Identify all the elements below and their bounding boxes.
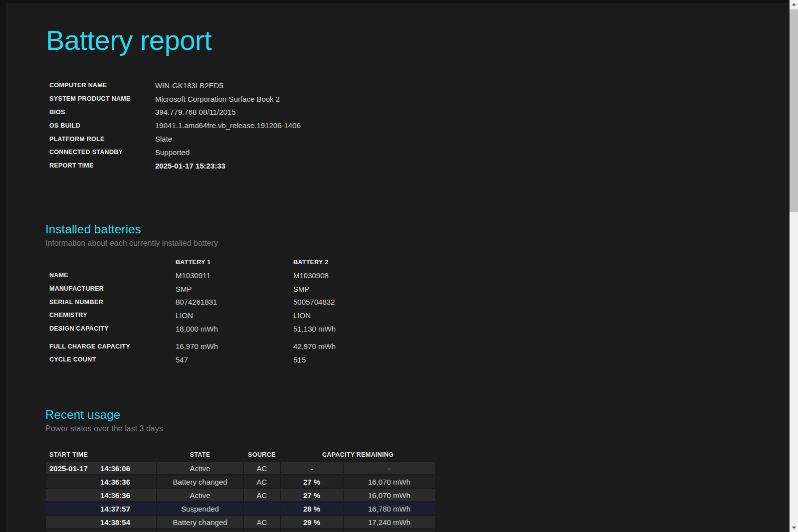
mwh-cell: 16,780 mWh bbox=[344, 503, 435, 515]
battery2-col-header: BATTERY 2 bbox=[293, 259, 411, 266]
installed-batteries-section-head: Installed batteries Information about ea… bbox=[45, 222, 218, 248]
percent-cell: 28 % bbox=[281, 503, 343, 515]
info-value: Slate bbox=[155, 135, 301, 143]
battery-row: SERIAL NUMBER 8074261831 5005704832 bbox=[46, 295, 411, 309]
page-edge-top bbox=[0, 0, 790, 3]
state-cell: Active bbox=[157, 489, 243, 501]
table-row-suspended: 14:37:57 Suspended 28 % 16,780 mWh bbox=[46, 503, 435, 515]
table-row: 14:38:54 Battery changed AC 29 % 17,240 … bbox=[46, 516, 435, 528]
percent-cell: 29 % bbox=[281, 516, 343, 528]
table-row-partial bbox=[46, 530, 435, 532]
info-label: OS BUILD bbox=[46, 122, 155, 129]
capacity-col-header: CAPACITY REMAINING bbox=[281, 451, 435, 458]
state-col-header: STATE bbox=[157, 451, 243, 458]
battery1-value: M1030911 bbox=[176, 271, 293, 280]
date-text: 2025-01-17 bbox=[49, 464, 88, 473]
info-row: OS BUILD 19041.1.amd64fre.vb_release.191… bbox=[46, 119, 301, 132]
battery-row-label: MANUFACTURER bbox=[46, 285, 176, 292]
battery-row: CYCLE COUNT 547 515 bbox=[46, 353, 411, 366]
battery-row: MANUFACTURER SMP SMP bbox=[46, 282, 411, 296]
info-row: CONNECTED STANDBY Supported bbox=[46, 146, 301, 159]
battery2-value: M1030908 bbox=[293, 271, 411, 280]
battery1-value: LION bbox=[176, 311, 293, 320]
battery2-value: 5005704832 bbox=[293, 298, 411, 306]
info-value: Supported bbox=[155, 148, 301, 157]
battery-row-label: CYCLE COUNT bbox=[46, 356, 176, 363]
battery1-value: 16,970 mWh bbox=[176, 342, 293, 351]
battery-table-spacer bbox=[46, 335, 411, 340]
info-row: SYSTEM PRODUCT NAME Microsoft Corporatio… bbox=[46, 92, 301, 106]
info-label: COMPUTER NAME bbox=[46, 82, 155, 89]
installed-batteries-heading: Installed batteries bbox=[45, 222, 218, 236]
battery-row: DESIGN CAPACITY 18,000 mWh 51,130 mWh bbox=[46, 322, 411, 336]
usage-table-header: START TIME STATE SOURCE CAPACITY REMAINI… bbox=[46, 450, 435, 459]
start-time-cell: 14:36:36 bbox=[46, 489, 156, 501]
chevron-down-icon bbox=[792, 527, 796, 529]
chevron-up-icon bbox=[792, 3, 796, 5]
start-time-col-header: START TIME bbox=[46, 451, 156, 458]
battery-row-label: NAME bbox=[46, 272, 176, 279]
info-value: Microsoft Corporation Surface Book 2 bbox=[155, 95, 301, 103]
time-text: 14:38:54 bbox=[100, 518, 130, 527]
info-row: BIOS 394.779.768 08/11/2015 bbox=[46, 106, 301, 119]
recent-usage-subtitle: Power states over the last 3 days bbox=[45, 424, 163, 433]
recent-usage-table: START TIME STATE SOURCE CAPACITY REMAINI… bbox=[46, 450, 435, 532]
time-text: 14:36:06 bbox=[100, 464, 130, 473]
battery-row: NAME M1030911 M1030908 bbox=[46, 269, 411, 282]
source-col-header: SOURCE bbox=[244, 451, 280, 458]
battery-row-label: CHEMISTRY bbox=[46, 312, 176, 319]
time-text: 14:37:57 bbox=[100, 505, 130, 513]
battery-row: CHEMISTRY LION LION bbox=[46, 309, 411, 322]
battery1-value: 18,000 mWh bbox=[176, 325, 293, 333]
percent-cell: 27 % bbox=[281, 476, 343, 488]
mwh-cell: 17,240 mWh bbox=[344, 516, 435, 528]
table-row: 14:36:36 Active AC 27 % 16,070 mWh bbox=[46, 489, 435, 501]
vertical-scrollbar[interactable] bbox=[790, 0, 798, 532]
scrollbar-thumb[interactable] bbox=[790, 9, 798, 212]
report-time-value: 2025-01-17 15:23:33 bbox=[155, 162, 301, 170]
mwh-cell: 16,070 mWh bbox=[344, 489, 435, 501]
info-value: WIN-GK183LB2ED5 bbox=[155, 81, 301, 90]
battery2-value: LION bbox=[293, 311, 411, 320]
info-row: COMPUTER NAME WIN-GK183LB2ED5 bbox=[46, 79, 301, 92]
percent-cell bbox=[281, 530, 343, 532]
battery1-col-header: BATTERY 1 bbox=[176, 259, 293, 266]
mwh-cell: 16,070 mWh bbox=[344, 476, 435, 488]
system-info-table: COMPUTER NAME WIN-GK183LB2ED5 SYSTEM PRO… bbox=[46, 79, 301, 173]
info-row: REPORT TIME 2025-01-17 15:23:33 bbox=[46, 159, 301, 173]
info-row: PLATFORM ROLE Slate bbox=[46, 132, 301, 146]
recent-usage-section-head: Recent usage Power states over the last … bbox=[45, 408, 163, 433]
battery-row-label: SERIAL NUMBER bbox=[46, 299, 176, 306]
source-cell: AC bbox=[244, 462, 280, 474]
table-row: 2025-01-17 14:36:06 Active AC - - bbox=[46, 462, 435, 474]
percent-cell: 27 % bbox=[281, 489, 343, 501]
state-cell bbox=[157, 530, 243, 532]
state-cell: Active bbox=[157, 462, 243, 474]
info-label: CONNECTED STANDBY bbox=[46, 149, 155, 156]
scrollbar-down-button[interactable] bbox=[790, 524, 798, 532]
battery-row-label: FULL CHARGE CAPACITY bbox=[46, 343, 176, 350]
recent-usage-heading: Recent usage bbox=[45, 408, 163, 422]
source-cell: AC bbox=[244, 516, 280, 528]
state-cell: Suspended bbox=[157, 503, 243, 515]
time-text: 14:36:36 bbox=[100, 491, 130, 500]
percent-cell: - bbox=[281, 462, 343, 474]
info-value: 19041.1.amd64fre.vb_release.191206-1406 bbox=[155, 121, 301, 130]
battery1-value: 547 bbox=[176, 355, 293, 364]
battery2-value: 42,970 mWh bbox=[293, 342, 411, 351]
page-edge-left bbox=[0, 0, 6, 532]
battery1-value: SMP bbox=[176, 285, 293, 293]
battery2-value: 51,130 mWh bbox=[293, 325, 411, 333]
battery2-value: 515 bbox=[293, 355, 411, 364]
source-cell bbox=[244, 503, 280, 515]
battery2-value: SMP bbox=[293, 285, 411, 293]
battery1-value: 8074261831 bbox=[176, 298, 293, 306]
time-text: 14:36:36 bbox=[100, 478, 130, 486]
battery-table-header: BATTERY 1 BATTERY 2 bbox=[46, 255, 411, 269]
start-time-cell: 14:38:54 bbox=[46, 516, 156, 528]
info-label: REPORT TIME bbox=[46, 162, 155, 169]
info-label: SYSTEM PRODUCT NAME bbox=[46, 95, 155, 102]
start-time-cell: 14:36:36 bbox=[46, 476, 156, 488]
mwh-cell: - bbox=[344, 462, 435, 474]
scrollbar-up-button[interactable] bbox=[790, 0, 798, 8]
